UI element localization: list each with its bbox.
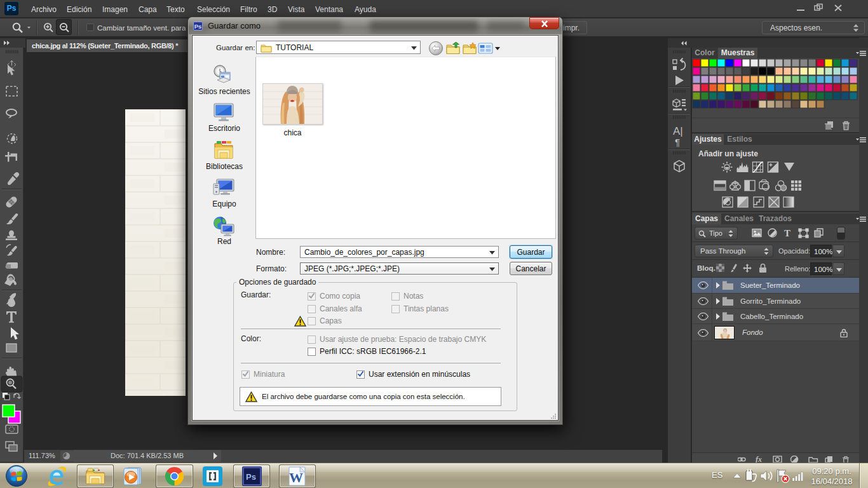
svg-text:T: T bbox=[784, 228, 790, 238]
svg-text:Ps: Ps bbox=[246, 472, 256, 482]
svg-text:W: W bbox=[289, 470, 303, 485]
svg-text:A|: A| bbox=[673, 125, 683, 137]
svg-text:¶: ¶ bbox=[675, 137, 680, 147]
